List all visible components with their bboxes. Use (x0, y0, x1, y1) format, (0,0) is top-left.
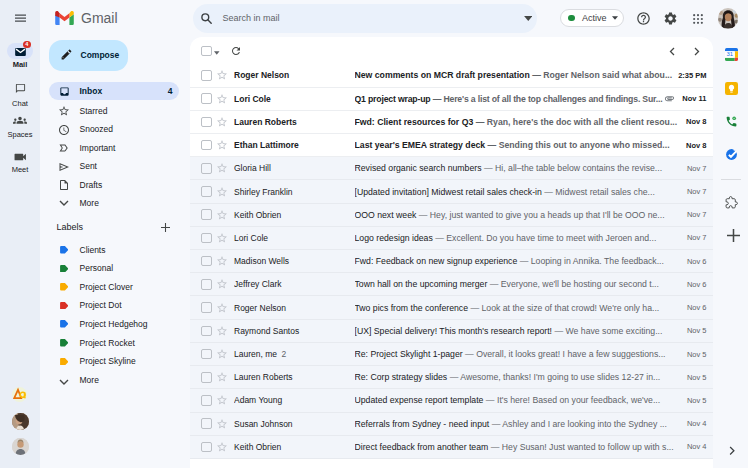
svg-text:31: 31 (727, 51, 734, 57)
